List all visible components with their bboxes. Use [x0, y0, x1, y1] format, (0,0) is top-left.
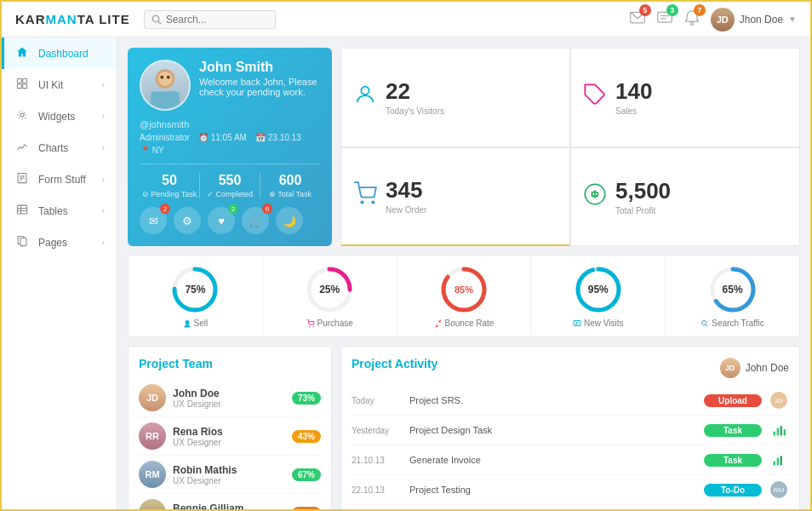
- svg-point-25: [160, 76, 163, 79]
- stat-card-visitors: 22 Today's Visitors: [340, 48, 570, 147]
- donut-searchtraffic-chart: 65%: [707, 264, 758, 315]
- profile-actions: ✉ 2 ⚙ ♥ 2 🛒 6 🌙: [140, 207, 320, 234]
- svg-line-49: [706, 324, 708, 327]
- svg-point-36: [185, 320, 189, 324]
- profit-label: Total Profit: [615, 206, 671, 215]
- app-wrapper: KARMANTA LITE 5 3 7 JD Jhon Do: [0, 0, 812, 511]
- act-date-211013: 21.10.13: [352, 456, 403, 465]
- messages-icon-btn[interactable]: 5: [629, 9, 646, 29]
- profile-city: 📍 NY: [140, 146, 164, 155]
- act-desc-221013: Project Testing: [409, 485, 697, 495]
- svg-point-24: [158, 72, 173, 86]
- donut-searchtraffic-label: Search Traffic: [700, 319, 764, 328]
- profile-location-row: 📍 NY: [140, 146, 320, 155]
- gear-icon: [16, 109, 31, 123]
- user-avatar: JD: [711, 8, 735, 32]
- search-box[interactable]: [144, 10, 276, 29]
- svg-rect-21: [20, 238, 26, 246]
- member-avatar-bennie: BG: [139, 499, 166, 509]
- member-role-robin: UX Designer: [173, 476, 237, 485]
- alerts-icon-btn[interactable]: 7: [683, 9, 700, 29]
- team-card: Project Team JD John Doe UX Designer 73%: [128, 346, 332, 509]
- sidebar-label-tables: Tables: [38, 205, 68, 217]
- bottom-row: Project Team JD John Doe UX Designer 73%: [128, 346, 800, 509]
- search-input[interactable]: [166, 14, 268, 26]
- act-badge-today: Upload: [704, 394, 762, 407]
- sidebar-item-dashboard[interactable]: Dashboard: [2, 37, 117, 69]
- sidebar-item-widgets[interactable]: Widgets ›: [2, 100, 117, 132]
- total-task-stat: 600 ⊕ Total Task: [260, 173, 320, 198]
- profile-cart-btn[interactable]: 🛒 6: [242, 207, 269, 234]
- bar-chart-icon-2: [772, 453, 786, 467]
- content-area: John Smith Welcome back John, Please che…: [117, 37, 810, 509]
- profile-avatar: [140, 60, 191, 111]
- activity-row-211013: 21.10.13 Generate Invoice Task: [352, 445, 789, 475]
- pending-label: ⊘ Pending Task: [140, 190, 199, 198]
- search-icon: [152, 14, 162, 25]
- member-avatar-robin: RM: [139, 461, 166, 488]
- profile-email-btn[interactable]: ✉ 2: [140, 207, 167, 234]
- bar-chart-icon: [772, 423, 786, 437]
- profile-heart-btn[interactable]: ♥ 2: [208, 207, 235, 234]
- sales-icon: [583, 83, 607, 112]
- form-icon: [16, 172, 31, 187]
- svg-rect-8: [23, 78, 27, 83]
- stat-card-orders: 345 New Order: [340, 147, 570, 247]
- home-icon: [16, 46, 31, 60]
- svg-rect-16: [17, 205, 26, 214]
- sidebar-item-formstuff[interactable]: Form Stuff ›: [2, 164, 117, 195]
- svg-rect-51: [777, 428, 779, 436]
- svg-rect-53: [784, 429, 786, 435]
- visitors-label: Today's Visitors: [386, 106, 444, 116]
- sidebar-label-uikit: UI Kit: [38, 79, 63, 91]
- svg-point-11: [20, 113, 24, 117]
- top-icons: 5 3 7 JD Jhon Doe ▼: [629, 8, 797, 32]
- table-icon: [16, 204, 31, 218]
- sidebar-item-tables[interactable]: Tables ›: [2, 195, 117, 227]
- stat-info-visitors: 22 Today's Visitors: [386, 78, 444, 116]
- act-badge-221013: To-Do: [704, 484, 762, 497]
- svg-rect-50: [774, 432, 775, 436]
- stat-card-sales: 140 Sales: [570, 48, 800, 147]
- sidebar-item-pages[interactable]: Pages ›: [2, 227, 117, 258]
- member-name-bennie: Bennie Gilliam: [173, 502, 243, 510]
- total-label: ⊕ Total Task: [260, 190, 320, 198]
- donut-newvisits-pct: 95%: [588, 284, 609, 296]
- profile-role: Administrator: [140, 133, 190, 142]
- donut-sell-chart: 75%: [169, 264, 220, 315]
- act-desc-yesterday: Project Design Task: [409, 425, 697, 435]
- svg-point-48: [702, 320, 706, 324]
- donut-purchase-pct: 25%: [319, 284, 340, 296]
- member-name-robin: Robin Mathis: [173, 464, 237, 476]
- sales-count: 140: [615, 78, 652, 105]
- donut-bounce: 85% Bounce Rate: [397, 256, 532, 336]
- sidebar-item-uikit[interactable]: UI Kit ›: [2, 69, 117, 100]
- user-dropdown-arrow: ▼: [788, 14, 797, 24]
- profile-moon-btn[interactable]: 🌙: [276, 207, 303, 234]
- logo: KARMANTA LITE: [15, 12, 130, 26]
- donut-charts-row: 75% Sell 25%: [128, 255, 800, 337]
- donut-bounce-label: Bounce Rate: [434, 319, 495, 328]
- activity-card-title: Project Activity: [352, 357, 437, 370]
- notifications-icon-btn[interactable]: 3: [656, 9, 673, 29]
- profile-settings-btn[interactable]: ⚙: [174, 207, 201, 234]
- profile-stats: 50 ⊘ Pending Task 550 ✓ Completed 600 ⊕ …: [140, 164, 320, 198]
- member-role-john: UX Designer: [173, 399, 221, 409]
- profit-count: 5,500: [615, 178, 671, 204]
- act-date-yesterday: Yesterday: [352, 426, 403, 435]
- svg-point-29: [361, 202, 363, 204]
- profile-card: John Smith Welcome back John, Please che…: [128, 48, 332, 246]
- pending-count: 50: [140, 173, 199, 188]
- activity-user-name: John Doe: [746, 362, 789, 374]
- orders-icon: [353, 181, 377, 210]
- svg-rect-52: [781, 426, 782, 435]
- team-member-robin: RM Robin Mathis UX Designer 67%: [139, 456, 321, 494]
- member-pct-robin: 67%: [292, 468, 321, 481]
- alerts-badge: 7: [694, 4, 706, 16]
- sidebar-item-charts[interactable]: Charts ›: [2, 132, 117, 164]
- donut-bounce-chart: 85%: [438, 264, 489, 315]
- team-member-john: JD John Doe UX Designer 73%: [139, 379, 321, 417]
- sidebar-label-pages: Pages: [38, 237, 67, 249]
- user-info[interactable]: JD Jhon Doe ▼: [711, 8, 797, 32]
- profile-person-image: [141, 61, 189, 109]
